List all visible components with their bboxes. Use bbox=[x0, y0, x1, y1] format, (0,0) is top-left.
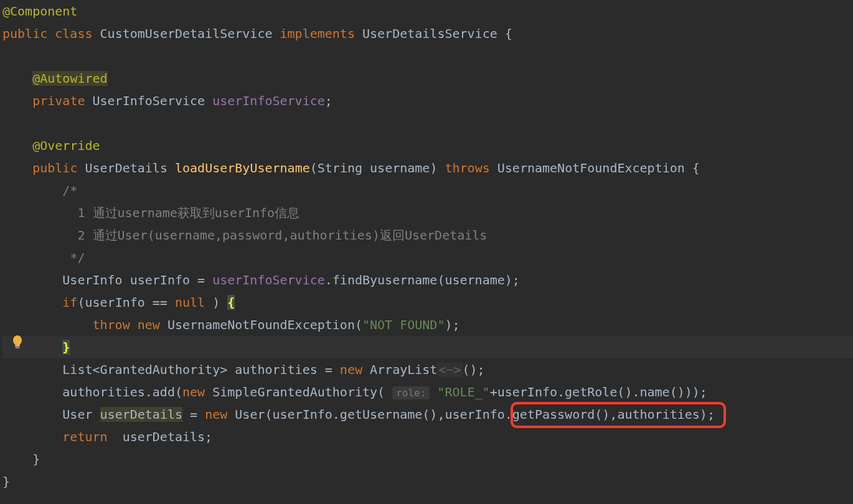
indent bbox=[2, 183, 62, 198]
field: userInfoService bbox=[212, 273, 325, 287]
code-line[interactable]: public class CustomUserDetailService imp… bbox=[2, 22, 853, 45]
keyword: public bbox=[32, 161, 85, 175]
interface-name: UserDetailsService { bbox=[362, 26, 512, 41]
code-line-active[interactable]: } bbox=[2, 336, 853, 358]
code: authorities.add( bbox=[62, 385, 182, 399]
code: ); bbox=[445, 317, 459, 332]
indent bbox=[2, 93, 32, 108]
indent bbox=[2, 250, 70, 265]
indent bbox=[2, 161, 32, 175]
code: SimpleGrantedAuthority( bbox=[212, 385, 392, 399]
type: UserInfoService bbox=[93, 93, 213, 108]
code: UserInfo userInfo = bbox=[62, 273, 212, 287]
code-line[interactable] bbox=[2, 45, 853, 67]
code: User(userInfo.getUsername(),userInfo.get… bbox=[235, 407, 715, 422]
brace: { bbox=[227, 295, 235, 310]
annotation: @Override bbox=[32, 138, 100, 153]
keyword: public class bbox=[2, 26, 100, 41]
code: +userInfo.getRole().name())); bbox=[490, 385, 707, 399]
keyword: return bbox=[62, 429, 122, 444]
code-line[interactable]: @Override bbox=[2, 134, 853, 157]
indent bbox=[2, 385, 62, 399]
code-line[interactable] bbox=[2, 112, 853, 134]
field: userInfoService bbox=[212, 93, 325, 108]
code-line[interactable]: if(userInfo == null ) { bbox=[2, 291, 853, 314]
code: User bbox=[62, 407, 100, 422]
code-line[interactable]: @Autowired bbox=[2, 67, 853, 90]
code: ) bbox=[212, 295, 227, 310]
code: .findByusername(username); bbox=[325, 273, 520, 287]
param-hint: role: bbox=[392, 386, 430, 399]
comment: 1 通过username获取到userInfo信息 bbox=[77, 205, 299, 220]
indent bbox=[2, 317, 93, 332]
code: List<GrantedAuthority> authorities = bbox=[62, 362, 340, 377]
indent bbox=[2, 205, 77, 220]
keyword: new bbox=[340, 362, 370, 377]
svg-rect-1 bbox=[15, 345, 20, 347]
code-line[interactable]: return userDetails; bbox=[2, 426, 853, 448]
code-editor[interactable]: @Component public class CustomUserDetail… bbox=[0, 0, 853, 493]
keyword: throws bbox=[445, 161, 497, 175]
code: (userInfo == bbox=[77, 295, 175, 310]
semi: ; bbox=[325, 93, 332, 108]
indent bbox=[2, 138, 32, 153]
keyword: throw new bbox=[93, 317, 167, 332]
code-line[interactable]: */ bbox=[2, 246, 853, 269]
code-line[interactable]: throw new UsernameNotFoundException("NOT… bbox=[2, 314, 853, 336]
var-highlight: userDetails bbox=[100, 407, 182, 422]
code-line[interactable]: authorities.add(new SimpleGrantedAuthori… bbox=[2, 381, 853, 403]
class-name: CustomUserDetailService bbox=[100, 26, 280, 41]
space bbox=[430, 385, 437, 399]
code-line[interactable]: } bbox=[2, 448, 853, 470]
intention-bulb-icon[interactable] bbox=[11, 335, 24, 350]
annotation: @Component bbox=[2, 4, 77, 19]
brace: } bbox=[32, 452, 40, 467]
code-line[interactable]: User userDetails = new User(userInfo.get… bbox=[2, 403, 853, 426]
indent bbox=[2, 407, 62, 422]
code-line[interactable]: List<GrantedAuthority> authorities = new… bbox=[2, 358, 853, 381]
exception: UsernameNotFoundException { bbox=[497, 161, 700, 175]
method-name: loadUserByUsername bbox=[175, 161, 310, 175]
keyword: null bbox=[175, 295, 212, 310]
code-line[interactable]: public UserDetails loadUserByUsername(St… bbox=[2, 157, 853, 179]
code: (); bbox=[463, 362, 485, 377]
keyword: if bbox=[62, 295, 77, 310]
indent bbox=[2, 273, 62, 287]
code-line[interactable]: 1 通过username获取到userInfo信息 bbox=[2, 202, 853, 224]
indent bbox=[2, 71, 32, 86]
comment: /* bbox=[62, 183, 77, 198]
indent bbox=[2, 362, 62, 377]
string: "ROLE_" bbox=[437, 385, 489, 399]
string: "NOT FOUND" bbox=[362, 317, 445, 332]
indent bbox=[2, 452, 32, 467]
brace: } bbox=[2, 474, 10, 489]
code-line[interactable]: @Component bbox=[2, 0, 853, 22]
code: userDetails; bbox=[123, 429, 213, 444]
keyword: new bbox=[205, 407, 235, 422]
exception: UsernameNotFoundException( bbox=[167, 317, 362, 332]
code: = bbox=[182, 407, 205, 422]
annotation: @Autowired bbox=[32, 71, 107, 86]
comment: */ bbox=[70, 250, 85, 265]
return-type: UserDetails bbox=[85, 161, 175, 175]
keyword: private bbox=[32, 93, 92, 108]
indent bbox=[2, 429, 62, 444]
svg-point-0 bbox=[13, 335, 22, 345]
code-line[interactable]: private UserInfoService userInfoService; bbox=[2, 90, 853, 112]
code: ArrayList bbox=[370, 362, 437, 377]
comment: 2 通过User(username,password,authorities)返… bbox=[77, 228, 487, 243]
keyword: new bbox=[182, 385, 212, 399]
brace: } bbox=[62, 340, 70, 355]
indent bbox=[2, 295, 62, 310]
keyword: implements bbox=[280, 26, 362, 41]
code-line[interactable]: /* bbox=[2, 179, 853, 202]
indent bbox=[2, 228, 77, 243]
generic-diamond: <~> bbox=[437, 362, 462, 377]
params: (String username) bbox=[310, 161, 445, 175]
code-line[interactable]: 2 通过User(username,password,authorities)返… bbox=[2, 224, 853, 246]
svg-rect-2 bbox=[16, 347, 20, 349]
code-line[interactable]: } bbox=[2, 470, 853, 493]
code-line[interactable]: UserInfo userInfo = userInfoService.find… bbox=[2, 269, 853, 291]
